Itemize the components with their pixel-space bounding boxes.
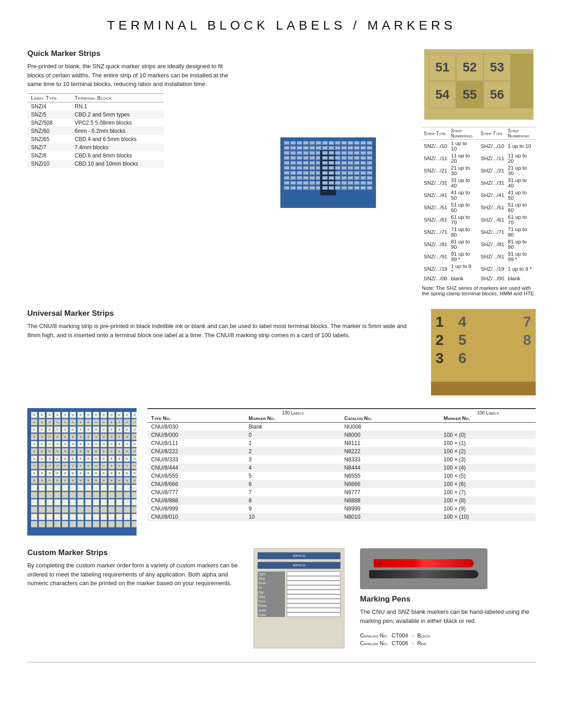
- cnu-block: 6: [108, 455, 115, 462]
- strip-cell: [360, 166, 366, 170]
- cnu-cell-0: CNU/8/000: [147, 431, 245, 439]
- cnu-block: [62, 492, 68, 498]
- custom-form-label: Qty: [258, 590, 285, 594]
- cnu-col-marker2: 100 Labels Marker No.: [440, 409, 536, 423]
- strip-col-2: Strip Numbering: [449, 127, 479, 140]
- strip-cell: [303, 141, 309, 145]
- custom-form-field: [287, 599, 340, 603]
- cnu-block: 9: [54, 477, 61, 484]
- strip-cell-1: 31 up to 40: [449, 177, 479, 189]
- strip-cell-0: SNZ/.../51: [422, 201, 449, 213]
- catalog-pens: Catalog No. CT004 - Black Catalog No. CT…: [360, 632, 536, 647]
- page-divider: [27, 662, 536, 662]
- cnu-block: 0: [124, 412, 130, 418]
- strip-cell: [322, 156, 328, 160]
- catalog-red: Catalog No. CT006 - Red: [360, 640, 536, 647]
- strip-cell-2: SHZ/.../10: [479, 140, 506, 152]
- strip-cell-2: SHZ/.../41: [479, 189, 506, 201]
- cnu-block: 2: [108, 426, 115, 433]
- cnu-cell-3: 100 × (2): [440, 447, 536, 455]
- strip-cell: [341, 166, 347, 170]
- cnu-block: 1: [124, 419, 130, 425]
- custom-form-field: [287, 612, 340, 617]
- custom-form-label: Step: [258, 594, 285, 599]
- strip-note: Note: The SHZ series of markers are used…: [422, 285, 536, 296]
- strip-cell: [348, 161, 353, 165]
- cnu-cell-0: CNU/8/777: [147, 488, 245, 496]
- strip-cell: [335, 146, 340, 150]
- table-row: CNU/8/7777N8777100 × (7): [147, 488, 536, 496]
- cnu-block: 5: [85, 448, 91, 455]
- strip-cell: [303, 181, 309, 185]
- table-row: SNZ/10CBD.10 and 10mm blocks: [27, 160, 164, 168]
- strip-cell-3: 91 up to 99 *: [506, 250, 536, 263]
- cnu-block: 1: [116, 419, 122, 425]
- cnu-cell-0: CNU/8/555: [147, 472, 245, 480]
- cnu-block: 9: [39, 477, 45, 484]
- cnu-block: [116, 521, 122, 527]
- universal-description: The CNU/8 marking strip is pre-printed i…: [27, 322, 420, 339]
- strip-cell: [348, 151, 353, 155]
- cnu-block: 6: [31, 455, 37, 462]
- cnu-block: [70, 499, 76, 506]
- cnu-block: [101, 514, 107, 520]
- strip-cell: [354, 181, 360, 185]
- strip-cell-2: SHZ/.../71: [479, 226, 506, 238]
- cnu-block: [77, 514, 84, 520]
- cnu-block: [101, 506, 107, 513]
- strip-cell: [335, 161, 340, 165]
- strip-cell-0: SNZ/.../91: [422, 250, 449, 263]
- cnu-section: 0123456789012345678901234567890123456789…: [27, 408, 536, 536]
- strip-cell: [360, 181, 366, 185]
- cnu-block: [132, 506, 137, 513]
- cnu-block: 4: [132, 441, 137, 447]
- cnu-cell-2: N8333: [340, 455, 440, 464]
- strip-cell: [354, 176, 360, 180]
- cnu-cell-3: 100 × (3): [440, 455, 536, 464]
- cnu-block: 5: [31, 448, 37, 455]
- cnu-block: 4: [39, 441, 45, 447]
- strip-cell: [348, 141, 353, 145]
- strip-cell: [322, 146, 328, 150]
- label-type-cell: SNZ/65: [27, 135, 71, 143]
- cnu-block: 1: [54, 419, 61, 425]
- custom-marker-section: Custom Marker Strips By completing the c…: [27, 548, 238, 592]
- cnu-block: 4: [124, 441, 130, 447]
- cnu-block: 8: [132, 470, 137, 476]
- strip-row: [322, 166, 372, 170]
- strip-cell-3: 21 up to 30: [506, 164, 536, 177]
- custom-title: Custom Marker Strips: [27, 548, 238, 557]
- strip-cell-3: 1 up to 10: [506, 140, 536, 152]
- strip-cell: [335, 141, 340, 145]
- strip-cell: [341, 141, 347, 145]
- cnu-block: 7: [108, 463, 115, 469]
- cnu-cell-2: N8222: [340, 447, 440, 455]
- strip-cell: [303, 146, 309, 150]
- strip-cell: [367, 181, 372, 185]
- cnu-block: 6: [46, 455, 53, 462]
- cnu-block: [116, 499, 122, 506]
- cnu-cell-3: 100 × (8): [440, 496, 536, 505]
- strip-cell: [309, 166, 315, 170]
- custom-form-label: From: [258, 581, 285, 585]
- label-type-cell: SNZ/508: [27, 119, 71, 127]
- cnu-block: 3: [124, 434, 130, 440]
- strip-cell: [303, 186, 309, 190]
- cnu-block: [54, 485, 61, 491]
- strip-cell: [329, 181, 334, 185]
- cnu-sub-100-1: 100 Labels: [249, 410, 337, 415]
- strip-cell: [360, 176, 366, 180]
- cnu-block: [70, 506, 76, 513]
- cnu-block: 8: [85, 470, 91, 476]
- custom-form-field: [287, 608, 340, 612]
- cnu-strip-col: 0123456789: [108, 412, 115, 527]
- universal-image-block: 1 2 3 4 5 6 7 8: [431, 309, 536, 395]
- strip-cell: [284, 166, 289, 170]
- cnu-cell-2: N8777: [340, 488, 440, 496]
- cnu-block: 4: [85, 441, 91, 447]
- custom-image-block: IDFICO IDFICO TypeStripFromToQtyStepFont…: [249, 548, 349, 648]
- cnu-cell-1: Blank: [245, 423, 340, 431]
- cnu-block: 3: [116, 434, 122, 440]
- cnu-block: 7: [116, 463, 122, 469]
- custom-form-label: Font: [258, 599, 285, 603]
